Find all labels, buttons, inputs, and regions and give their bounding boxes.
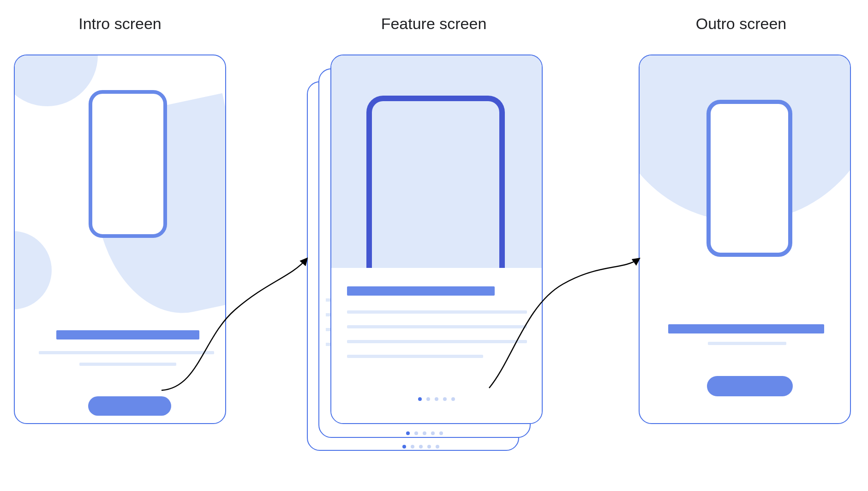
text-line-placeholder bbox=[326, 313, 330, 316]
intro-screen-card bbox=[14, 55, 226, 424]
text-line-placeholder bbox=[326, 298, 330, 302]
phone-illustration bbox=[89, 90, 167, 238]
text-line-placeholder bbox=[347, 340, 527, 343]
phone-illustration bbox=[366, 96, 505, 294]
text-line-placeholder bbox=[326, 328, 330, 331]
text-line-placeholder bbox=[79, 363, 176, 366]
title-placeholder bbox=[56, 330, 199, 339]
outro-label: Outro screen bbox=[649, 15, 833, 33]
text-line-placeholder bbox=[347, 355, 483, 358]
phone-illustration bbox=[706, 100, 792, 257]
pager-dot[interactable] bbox=[443, 397, 447, 401]
pager-dot[interactable] bbox=[418, 397, 422, 401]
pager-dots-peek bbox=[406, 431, 443, 435]
outro-screen-card bbox=[639, 55, 851, 424]
intro-label: Intro screen bbox=[55, 15, 185, 33]
feature-screen-card bbox=[330, 55, 543, 424]
text-line-placeholder bbox=[347, 325, 527, 328]
title-placeholder bbox=[347, 286, 495, 296]
pager-dot[interactable] bbox=[435, 397, 438, 401]
pager-dots-peek bbox=[402, 445, 439, 449]
pager-dots[interactable] bbox=[418, 397, 455, 401]
pager-dot[interactable] bbox=[451, 397, 455, 401]
text-line-placeholder bbox=[708, 342, 786, 345]
cta-button[interactable] bbox=[88, 396, 171, 416]
decorative-blob bbox=[14, 231, 52, 309]
content-area bbox=[331, 268, 542, 423]
feature-label: Feature screen bbox=[341, 15, 526, 33]
decorative-blob bbox=[14, 55, 98, 106]
cta-button[interactable] bbox=[707, 376, 793, 396]
text-line-placeholder bbox=[347, 310, 527, 314]
pager-dot[interactable] bbox=[426, 397, 430, 401]
text-line-placeholder bbox=[39, 351, 214, 354]
title-placeholder bbox=[668, 324, 824, 333]
text-line-placeholder bbox=[326, 343, 330, 346]
